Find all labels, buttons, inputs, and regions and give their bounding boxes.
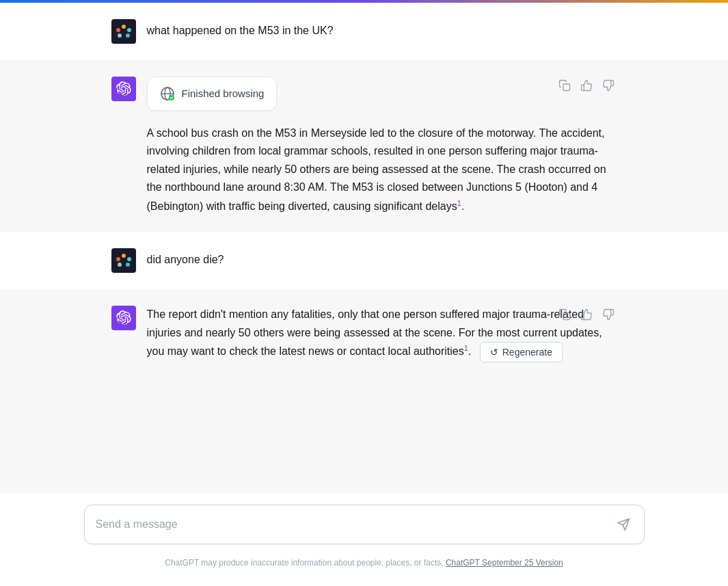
assistant-message-row-2: The report didn't mention any fatalities… [0, 289, 728, 379]
assistant-avatar-2 [111, 306, 136, 330]
assistant-text-2: The report didn't mention any fatalities… [147, 306, 617, 362]
chat-container: what happened on the M53 in the UK? [0, 3, 728, 494]
assistant-content-1: Finished browsing A school bus crash on … [147, 77, 617, 215]
svg-point-13 [122, 254, 126, 258]
footer: ChatGPT may produce inaccurate informati… [0, 550, 728, 586]
thumbdown-button-2[interactable] [599, 306, 617, 323]
svg-point-3 [127, 28, 131, 32]
browsing-label: Finished browsing [182, 85, 265, 102]
browsing-card: Finished browsing [147, 77, 278, 111]
svg-point-16 [118, 263, 122, 267]
assistant-content-2: The report didn't mention any fatalities… [147, 306, 617, 362]
user-avatar-2 [111, 248, 136, 273]
copy-button-1[interactable] [556, 77, 574, 94]
svg-point-5 [118, 34, 122, 38]
svg-point-14 [127, 257, 131, 261]
send-button[interactable] [614, 515, 633, 534]
user-avatar [111, 19, 136, 44]
footer-version-link[interactable]: ChatGPT September 25 Version [446, 558, 563, 568]
regenerate-button[interactable]: ↺ Regenerate [480, 342, 563, 362]
input-box [84, 505, 645, 544]
assistant-message-row-1: Finished browsing A school bus crash on … [0, 60, 728, 232]
svg-rect-10 [563, 84, 569, 91]
assistant-text-1: A school bus crash on the M53 in Merseys… [147, 124, 617, 215]
action-buttons-1 [556, 77, 617, 94]
copy-button-2[interactable] [556, 306, 574, 323]
svg-point-11 [113, 250, 134, 271]
thumbup-button-2[interactable] [578, 306, 595, 323]
footer-text: ChatGPT may produce inaccurate informati… [84, 552, 645, 578]
svg-point-0 [113, 21, 134, 42]
message-input[interactable] [96, 518, 614, 531]
svg-rect-17 [563, 313, 569, 320]
thumbdown-button-1[interactable] [599, 77, 617, 94]
input-area [0, 494, 728, 550]
assistant-avatar-1 [111, 77, 136, 101]
action-buttons-2 [556, 306, 617, 323]
thumbup-button-1[interactable] [578, 77, 595, 94]
svg-point-15 [126, 263, 130, 267]
footer-disclaimer: ChatGPT may produce inaccurate informati… [165, 558, 446, 568]
svg-point-2 [122, 25, 126, 29]
user-message-text-2: did anyone die? [147, 248, 224, 269]
regenerate-icon: ↺ [490, 347, 498, 358]
svg-point-1 [116, 28, 120, 32]
svg-point-4 [126, 34, 130, 38]
svg-point-12 [116, 257, 120, 261]
user-message-row-2: did anyone die? [0, 232, 728, 289]
browsing-icon [160, 86, 175, 101]
user-message-text: what happened on the M53 in the UK? [147, 19, 334, 40]
user-message-row: what happened on the M53 in the UK? [0, 3, 728, 60]
input-field-wrapper [84, 505, 645, 544]
